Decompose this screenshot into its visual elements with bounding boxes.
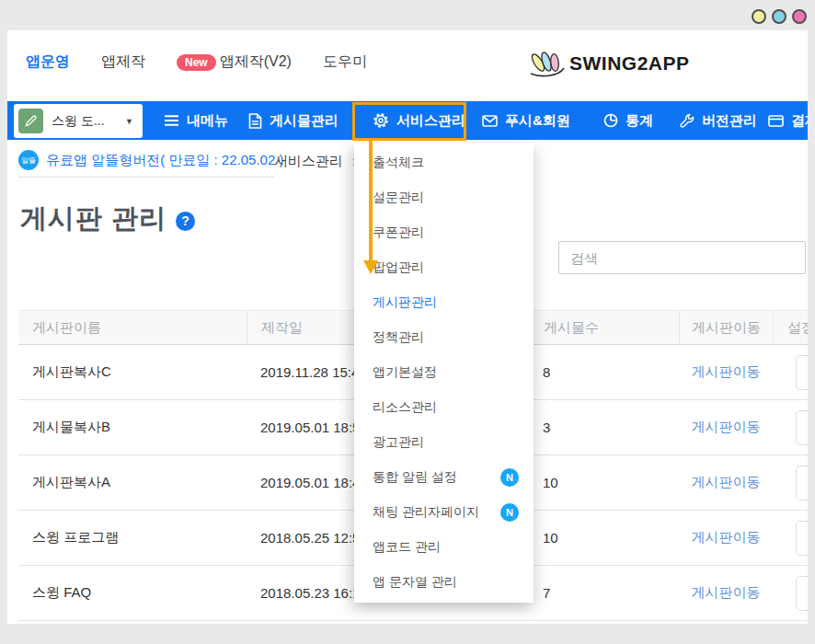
board-move-link[interactable]: 게시판이동 — [692, 363, 761, 379]
col-post-count: 게시물수 — [529, 311, 679, 344]
edit-board-button[interactable] — [796, 466, 808, 500]
breadcrumb-section[interactable]: 서비스관리 — [274, 153, 343, 170]
board-move-cell: 게시판이동 — [679, 584, 773, 602]
menu-item-label: 채팅 관리자페이지 — [373, 504, 479, 521]
post-count: 8 — [529, 364, 679, 380]
board-move-link[interactable]: 게시판이동 — [692, 529, 761, 545]
nav-item-label: 버전관리 — [702, 112, 757, 130]
plan-breadcrumb[interactable]: 알뜰 유료앱 알뜰형버전( 만료일 : 22.05.02 ) — [18, 150, 274, 178]
menu-item-app-string-management[interactable]: 앱 문자열 관리 — [354, 565, 534, 600]
feather-logo-icon — [529, 49, 566, 78]
wrench-icon — [680, 113, 694, 128]
top-nav-app-operation[interactable]: 앱운영 — [26, 52, 70, 72]
menu-item-chat-admin-page[interactable]: 채팅 관리자페이지 N — [354, 495, 534, 530]
menu-item-integrated-notification[interactable]: 통합 알림 설정 N — [354, 460, 534, 495]
settings-cell — [773, 410, 808, 445]
menu-item-ad-management[interactable]: 광고관리 — [354, 425, 534, 460]
window-dot-pink[interactable] — [792, 9, 807, 24]
board-move-cell: 게시판이동 — [679, 419, 773, 436]
post-count: 7 — [529, 585, 679, 601]
menu-item-board-management[interactable]: 게시판관리 — [354, 285, 534, 320]
board-move-cell: 게시판이동 — [679, 363, 773, 381]
nav-item-post-management[interactable]: 게시물관리 — [248, 101, 339, 140]
window-dot-blue[interactable] — [772, 9, 786, 24]
app-window: 앱운영 앱제작 New 앱제작(V2) 도우미 SWING2APP — [7, 30, 808, 624]
nav-item-service-management[interactable]: 서비스관리 — [373, 101, 465, 140]
settings-cell — [773, 466, 808, 500]
board-name-link[interactable]: 게시판복사C — [18, 363, 247, 381]
menu-item-label: 통합 알림 설정 — [373, 469, 457, 486]
nav-item-payment-management[interactable]: 결제관리 — [768, 101, 808, 140]
menu-item-popup-management[interactable]: 팝업관리 — [354, 250, 534, 285]
new-feature-badge: N — [500, 468, 519, 487]
logo-text: SWING2APP — [569, 52, 690, 75]
settings-cell — [773, 355, 808, 390]
board-move-cell: 게시판이동 — [679, 529, 773, 546]
board-name-link[interactable]: 게시물복사B — [18, 419, 247, 436]
col-board-name: 게시판이름 — [18, 311, 247, 344]
nav-item-label: 푸시&회원 — [505, 112, 570, 130]
top-nav-app-create-v2[interactable]: 앱제작(V2) — [220, 52, 292, 72]
main-nav-bar: 스윙 도... ▼ 내메뉴 게시물관리 서비스관리 — [7, 101, 808, 140]
window-dot-yellow[interactable] — [752, 9, 766, 24]
search-input[interactable] — [558, 241, 806, 274]
app-selector-label: 스윙 도... — [52, 113, 117, 130]
page-title-row: 게시판 관리 ? — [20, 201, 195, 237]
menu-item-coupon-management[interactable]: 쿠폰관리 — [354, 215, 534, 250]
card-icon — [768, 115, 784, 127]
plan-label: 유료앱 알뜰형버전( 만료일 : 22.05.02 ) — [46, 152, 283, 169]
top-nav-app-create[interactable]: 앱제작 — [101, 52, 145, 72]
nav-item-push-members[interactable]: 푸시&회원 — [482, 101, 570, 140]
menu-item-attendance-check[interactable]: 출석체크 — [354, 145, 534, 180]
edit-board-button[interactable] — [796, 355, 808, 390]
post-count: 10 — [529, 475, 679, 490]
top-nav-help[interactable]: 도우미 — [323, 52, 367, 72]
board-move-cell: 게시판이동 — [679, 474, 773, 491]
edit-board-button[interactable] — [796, 521, 808, 556]
help-icon[interactable]: ? — [176, 212, 195, 231]
col-settings: 설정 — [773, 311, 808, 344]
edit-board-button[interactable] — [796, 576, 808, 611]
board-move-link[interactable]: 게시판이동 — [692, 474, 761, 489]
nav-item-version-management[interactable]: 버전관리 — [680, 101, 757, 140]
mail-icon — [482, 115, 498, 127]
pie-chart-icon — [603, 113, 618, 128]
chevron-down-icon: ▼ — [125, 117, 133, 126]
nav-item-statistics[interactable]: 통계 — [603, 101, 653, 140]
top-nav: 앱운영 앱제작 New 앱제작(V2) 도우미 — [26, 52, 367, 72]
service-management-dropdown: 출석체크 설문관리 쿠폰관리 팝업관리 게시판관리 정책관리 앱기본설정 리소스… — [354, 143, 534, 603]
menu-item-app-code-management[interactable]: 앱코드 관리 — [354, 530, 534, 565]
document-icon — [248, 113, 262, 129]
gear-icon — [373, 112, 389, 129]
nav-item-label: 게시물관리 — [270, 112, 339, 130]
new-feature-badge: N — [500, 503, 519, 522]
nav-item-label: 내메뉴 — [187, 112, 228, 130]
menu-item-survey-management[interactable]: 설문관리 — [354, 180, 534, 215]
settings-cell — [773, 576, 808, 611]
board-name-link[interactable]: 게시판복사A — [18, 474, 247, 491]
top-nav-app-create-v2-group: New 앱제작(V2) — [177, 52, 292, 72]
menu-item-policy-management[interactable]: 정책관리 — [354, 320, 534, 355]
board-name-link[interactable]: 스윙 FAQ — [18, 584, 247, 602]
hamburger-icon — [164, 114, 179, 127]
nav-item-my-menu[interactable]: 내메뉴 — [164, 101, 228, 140]
pencil-icon — [18, 109, 43, 133]
menu-item-resource-management[interactable]: 리소스관리 — [354, 390, 534, 425]
nav-item-label: 통계 — [626, 112, 653, 130]
swing2app-logo[interactable]: SWING2APP — [529, 49, 690, 78]
col-board-move: 게시판이동 — [679, 311, 773, 344]
page-title: 게시판 관리 — [20, 201, 166, 237]
board-move-link[interactable]: 게시판이동 — [692, 584, 761, 600]
edit-board-button[interactable] — [796, 410, 808, 445]
nav-item-label: 결제관리 — [791, 112, 808, 130]
window-controls — [752, 9, 807, 24]
plan-badge: 알뜰 — [18, 150, 39, 170]
app-selector-dropdown[interactable]: 스윙 도... ▼ — [14, 104, 143, 138]
post-count: 10 — [529, 530, 679, 546]
nav-item-label: 서비스관리 — [396, 112, 465, 130]
board-move-link[interactable]: 게시판이동 — [692, 419, 761, 434]
board-name-link[interactable]: 스윙 프로그램 — [18, 529, 247, 546]
settings-cell — [773, 521, 808, 556]
breadcrumb: 서비스관리 > — [274, 153, 360, 170]
menu-item-app-basic-settings[interactable]: 앱기본설정 — [354, 355, 534, 390]
